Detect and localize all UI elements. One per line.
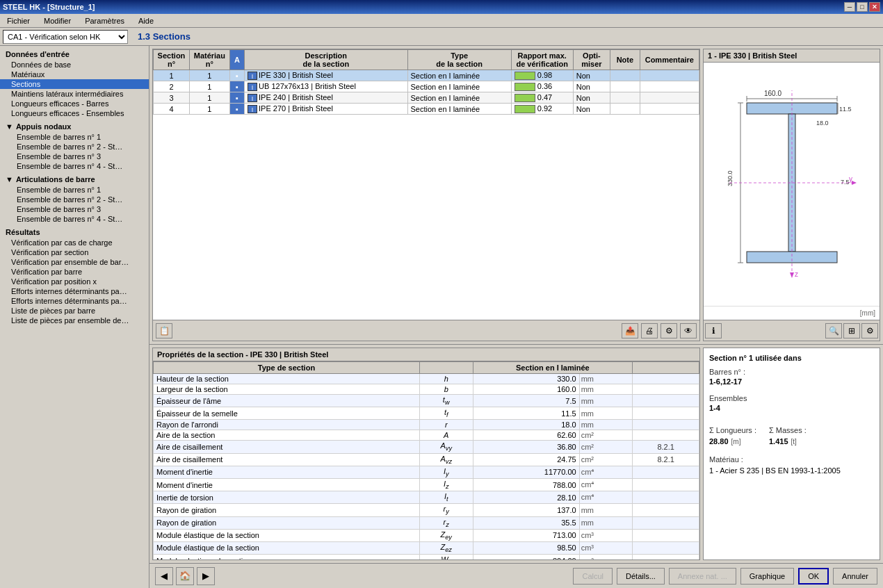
- sidebar-item-appuis-4[interactable]: Ensemble de barres n° 4 - St…: [0, 161, 149, 171]
- maximize-btn[interactable]: □: [857, 2, 868, 12]
- table-row[interactable]: 1 1 ▪ IIPE 330 | British Steel Section e…: [154, 70, 699, 81]
- table-row[interactable]: 4 1 ▪ IIPE 270 | British Steel Section e…: [154, 104, 699, 115]
- insert-row-btn[interactable]: 📋: [156, 323, 172, 338]
- sidebar-item-longueurs-barres[interactable]: Longueurs efficaces - Barres: [0, 99, 149, 108]
- sidebar-item-verif-ensemble[interactable]: Vérification par ensemble de bar…: [0, 257, 149, 267]
- section-title: 1.3 Sections: [138, 31, 191, 42]
- title-bar: STEEL HK - [Structure_1] ─ □ ✕: [0, 0, 883, 14]
- action-bar-left: ◀ 🏠 ▶: [155, 567, 215, 585]
- prop-row-cisaillement-vz: Aire de cisaillement Avz 24.75 cm² 8.2.1: [154, 453, 699, 466]
- svg-text:7.5: 7.5: [841, 179, 850, 186]
- svg-text:18.0: 18.0: [816, 120, 829, 126]
- print-btn[interactable]: 🖨: [641, 323, 658, 338]
- sidebar-item-sections[interactable]: Sections: [0, 79, 149, 89]
- back-btn[interactable]: ◀: [155, 567, 173, 585]
- table-container[interactable]: Sectionn° Matériaun° A Descriptionde la …: [153, 49, 699, 320]
- col-header-materiau: Matériaun°: [189, 50, 229, 70]
- ensembles-label: Ensembles: [709, 394, 874, 402]
- sidebar-item-appuis-2[interactable]: Ensemble de barres n° 2 - St…: [0, 142, 149, 152]
- sidebar-item-verif-barre[interactable]: Vérification par barre: [0, 267, 149, 277]
- col-header-desc: Descriptionde la section: [245, 50, 407, 70]
- view-btn[interactable]: 👁: [680, 323, 697, 338]
- col-header-rapport: Rapport max.de vérification: [511, 50, 573, 70]
- menu-modifier[interactable]: Modifier: [40, 15, 75, 26]
- diagram-fit-btn[interactable]: ⊞: [843, 323, 860, 338]
- diagram-info-btn[interactable]: ℹ: [705, 323, 722, 338]
- sidebar-group-appuis: ▼Appuis nodaux: [0, 121, 149, 132]
- prop-row-elastic-zey: Module élastique de la section Zey 713.0…: [154, 529, 699, 541]
- menu-fichier[interactable]: Fichier: [3, 15, 34, 26]
- ca-dropdown[interactable]: CA1 - Vérification selon HK: [3, 30, 128, 44]
- col-header-optim: Opti-miser: [573, 50, 610, 70]
- prop-row-semelle: Épaisseur de la semelle tf 11.5 mm: [154, 407, 699, 420]
- sidebar-item-liste-ensemble[interactable]: Liste de pièces par ensemble de…: [0, 316, 149, 325]
- annuler-btn[interactable]: Annuler: [833, 568, 877, 585]
- diagram-panel: 1 - IPE 330 | British Steel 160.0: [703, 49, 880, 341]
- ok-btn[interactable]: OK: [798, 568, 829, 585]
- menu-aide[interactable]: Aide: [134, 15, 158, 26]
- graphique-btn[interactable]: Graphique: [740, 568, 794, 585]
- sidebar-item-artic-1[interactable]: Ensemble de barres n° 1: [0, 185, 149, 195]
- prop-row-inertie-iy: Moment d'inertie Iy 11770.00 cm⁴: [154, 466, 699, 478]
- sidebar-item-appuis-1[interactable]: Ensemble de barres n° 1: [0, 132, 149, 142]
- materiau-label: Matériau :: [709, 455, 874, 464]
- menu-parametres[interactable]: Paramètres: [81, 15, 129, 26]
- longueurs-unit: [m]: [731, 438, 741, 446]
- sidebar-item-maintiens[interactable]: Maintiens latéraux intermédiaires: [0, 89, 149, 99]
- main-layout: Données d'entrée Données de base Matéria…: [0, 46, 883, 588]
- calcul-btn[interactable]: Calcul: [573, 568, 613, 585]
- annexe-btn[interactable]: Annexe nat. ...: [669, 568, 736, 585]
- home-btn[interactable]: 🏠: [176, 567, 194, 585]
- sidebar-item-artic-4[interactable]: Ensemble de barres n° 4 - St…: [0, 214, 149, 224]
- minimize-btn[interactable]: ─: [844, 2, 855, 12]
- sidebar-item-materiaux[interactable]: Matériaux: [0, 70, 149, 79]
- svg-text:11.5: 11.5: [839, 106, 852, 113]
- diagram-settings2-btn[interactable]: ⚙: [861, 323, 878, 338]
- ensembles-value: 1-4: [709, 404, 874, 412]
- sidebar-item-efforts-1[interactable]: Efforts internes déterminants pa…: [0, 286, 149, 296]
- sidebar-item-longueurs-ensembles[interactable]: Longueurs efficaces - Ensembles: [0, 108, 149, 118]
- sidebar-item-artic-3[interactable]: Ensemble de barres n° 3: [0, 204, 149, 214]
- prop-row-ame: Épaisseur de l'âme tw 7.5 mm: [154, 395, 699, 407]
- longueurs-value: 28.80: [709, 437, 729, 446]
- col-header-note: Note: [610, 50, 640, 70]
- diagram-zoom-in-btn[interactable]: 🔍: [825, 323, 842, 338]
- details-btn[interactable]: Détails...: [617, 568, 665, 585]
- diagram-toolbar: ℹ 🔍 ⊞ ⚙: [704, 320, 880, 341]
- table-row[interactable]: 2 1 ▪ IUB 127x76x13 | British Steel Sect…: [154, 81, 699, 92]
- sidebar-item-appuis-3[interactable]: Ensemble de barres n° 3: [0, 152, 149, 161]
- export-btn[interactable]: 📤: [622, 323, 638, 338]
- prop-row-inertie-iz: Moment d'inertie Iz 788.00 cm⁴: [154, 478, 699, 491]
- sidebar-item-liste-barre[interactable]: Liste de pièces par barre: [0, 306, 149, 316]
- col-header-a: A: [229, 50, 244, 70]
- prop-row-giration-ry: Rayon de giration ry 137.0 mm: [154, 504, 699, 516]
- settings-btn[interactable]: ⚙: [661, 323, 677, 338]
- sections-table-area: Sectionn° Matériaun° A Descriptionde la …: [152, 49, 700, 341]
- sidebar-item-donnees-base[interactable]: Données de base: [0, 60, 149, 70]
- col-header-section: Sectionn°: [154, 50, 190, 70]
- table-row[interactable]: 3 1 ▪ IIPE 240 | British Steel Section e…: [154, 92, 699, 104]
- close-btn[interactable]: ✕: [869, 2, 880, 12]
- bottom-content: Propriétés de la section - IPE 330 | Bri…: [149, 345, 883, 563]
- app-title: STEEL HK - [Structure_1]: [3, 3, 95, 11]
- forward-btn[interactable]: ▶: [197, 567, 215, 585]
- properties-header: Propriétés de la section - IPE 330 | Bri…: [153, 348, 699, 361]
- prop-row-giration-rz: Rayon de giration rz 35.5 mm: [154, 516, 699, 529]
- barres-value: 1-6,12-17: [709, 377, 874, 386]
- sidebar: Données d'entrée Données de base Matéria…: [0, 46, 149, 588]
- sidebar-item-artic-2[interactable]: Ensemble de barres n° 2 - St…: [0, 195, 149, 204]
- toolbar-row: CA1 - Vérification selon HK 1.3 Sections: [0, 28, 883, 46]
- prop-row-cisaillement-vy: Aire de cisaillement Avy 36.80 cm² 8.2.1: [154, 441, 699, 453]
- ipe-section-diagram: 160.0 11.5 7.5: [722, 83, 861, 285]
- sidebar-item-verif-cas[interactable]: Vérification par cas de charge: [0, 238, 149, 247]
- properties-table-container[interactable]: Type de section Section en I laminée Hau…: [153, 361, 699, 560]
- sidebar-item-verif-section[interactable]: Vérification par section: [0, 247, 149, 257]
- sidebar-header-donnees: Données d'entrée: [0, 49, 149, 60]
- prop-row-elastic-zez: Module élastique de la section Zez 98.50…: [154, 541, 699, 554]
- sidebar-header-resultats: Résultats: [0, 227, 149, 238]
- sidebar-item-verif-position[interactable]: Vérification par position x: [0, 277, 149, 286]
- sidebar-item-efforts-2[interactable]: Efforts internes déterminants pa…: [0, 296, 149, 306]
- prop-row-largeur: Largeur de la section b 160.0 mm: [154, 384, 699, 395]
- masses-label: Σ Masses :: [769, 426, 807, 434]
- diagram-header: 1 - IPE 330 | British Steel: [704, 49, 880, 63]
